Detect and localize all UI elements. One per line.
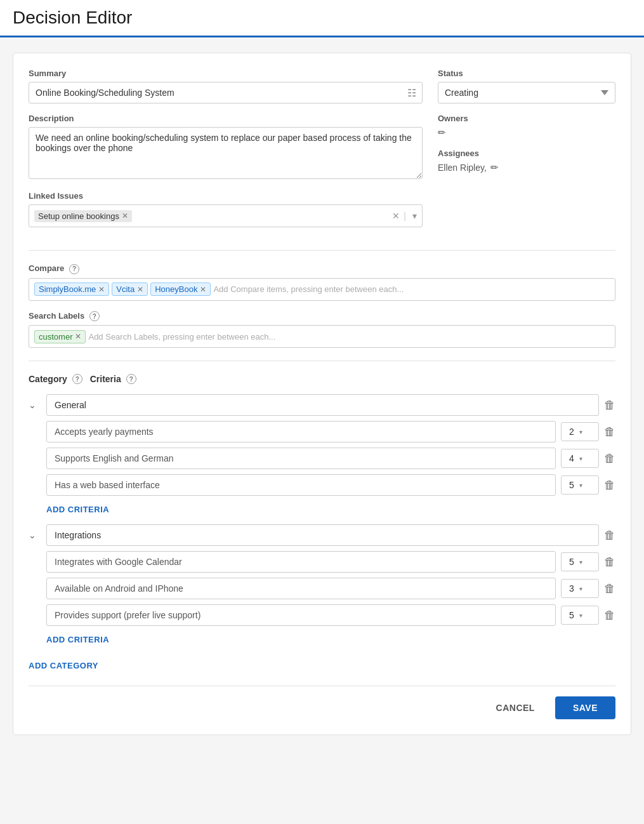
assignees-label: Assignees [438, 149, 615, 158]
criteria-1-1-delete[interactable]: 🗑 [604, 582, 615, 595]
criteria-0-0-weight[interactable]: 2 ▾ [561, 422, 599, 441]
compare-tag-2-remove[interactable]: ✕ [200, 286, 206, 293]
compare-tag-1-remove[interactable]: ✕ [137, 286, 143, 293]
category-0-input[interactable] [46, 394, 599, 416]
category-row-0: ⌄ 🗑 [29, 394, 615, 416]
compare-placeholder: Add Compare items, pressing enter betwee… [213, 284, 404, 294]
compare-help-icon[interactable]: ? [69, 264, 79, 274]
category-1-chevron[interactable]: ⌄ [29, 530, 41, 540]
criteria-1-1-weight[interactable]: 3 ▾ [561, 579, 599, 598]
search-labels-input-field[interactable]: customer ✕ Add Search Labels, pressing e… [29, 325, 615, 348]
criteria-0-1-weight[interactable]: 4 ▾ [561, 449, 599, 468]
search-labels-help-icon[interactable]: ? [89, 311, 100, 321]
owners-label: Owners [438, 114, 615, 123]
search-labels-label: Search Labels ? [29, 311, 615, 322]
description-input[interactable] [29, 127, 423, 179]
compare-tag-1: Vcita ✕ [112, 282, 148, 296]
compare-label: Compare ? [29, 263, 615, 274]
summary-icon: ☷ [407, 87, 416, 99]
criteria-section-header: Category ? Criteria ? [29, 374, 615, 384]
owners-edit-icon[interactable]: ✏ [438, 127, 446, 138]
category-0-chevron[interactable]: ⌄ [29, 400, 41, 410]
assignees-edit-icon[interactable]: ✏ [490, 162, 499, 173]
criteria-help-icon[interactable]: ? [126, 374, 136, 384]
criteria-1-1-row: 3 ▾ 🗑 [46, 578, 615, 599]
criteria-1-0-row: 5 ▾ 🗑 [46, 551, 615, 573]
search-labels-placeholder: Add Search Labels, pressing enter betwee… [88, 332, 275, 342]
assignees-value: Ellen Ripley, ✏ [438, 162, 615, 173]
criteria-1-2-delete[interactable]: 🗑 [604, 609, 615, 622]
criteria-0-2-delete[interactable]: 🗑 [604, 479, 615, 492]
criteria-1-0-input[interactable] [46, 551, 556, 573]
add-category-button[interactable]: ADD CATEGORY [29, 661, 98, 670]
criteria-0-0-delete[interactable]: 🗑 [604, 425, 615, 439]
criteria-0-2-weight-arrow[interactable]: ▾ [579, 482, 582, 489]
compare-tag-0: SimplyBook.me ✕ [34, 282, 109, 296]
linked-issues-label: Linked Issues [29, 191, 423, 201]
criteria-0-1-input[interactable] [46, 448, 556, 469]
criteria-1-0-weight-arrow[interactable]: ▾ [579, 559, 582, 566]
criteria-1-1-weight-arrow[interactable]: ▾ [579, 585, 582, 592]
criteria-0-1-delete[interactable]: 🗑 [604, 452, 615, 465]
category-block-0: ⌄ 🗑 2 ▾ 🗑 4 ▾ [29, 394, 615, 514]
criteria-0-1-weight-arrow[interactable]: ▾ [579, 455, 582, 462]
criteria-1-2-weight-arrow[interactable]: ▾ [579, 612, 582, 619]
criteria-0-0-row: 2 ▾ 🗑 [46, 421, 615, 442]
category-0-delete[interactable]: 🗑 [604, 399, 615, 412]
search-label-tag-0-remove[interactable]: ✕ [75, 333, 81, 340]
summary-label: Summary [29, 69, 423, 78]
criteria-0-2-row: 5 ▾ 🗑 [46, 474, 615, 496]
criteria-1-1-input[interactable] [46, 578, 556, 599]
compare-tag-0-remove[interactable]: ✕ [98, 286, 105, 293]
linked-issues-dropdown[interactable]: ▾ [412, 211, 417, 221]
criteria-0-1-row: 4 ▾ 🗑 [46, 448, 615, 469]
category-1-input[interactable] [46, 524, 599, 546]
footer-actions: CANCEL SAVE [29, 686, 615, 719]
criteria-1-0-delete[interactable]: 🗑 [604, 555, 615, 569]
linked-issue-tag-remove[interactable]: ✕ [122, 212, 128, 220]
criteria-0-0-input[interactable] [46, 421, 556, 442]
add-criteria-1-button[interactable]: ADD CRITERIA [46, 635, 109, 644]
linked-issues-field[interactable]: Setup online bookings ✕ ✕ | ▾ [29, 204, 423, 227]
page-title: Decision Editor [13, 8, 631, 28]
compare-input-field[interactable]: SimplyBook.me ✕ Vcita ✕ HoneyBook ✕ Add … [29, 278, 615, 301]
page-header: Decision Editor [0, 0, 644, 37]
criteria-1-2-input[interactable] [46, 604, 556, 626]
add-criteria-0-button[interactable]: ADD CRITERIA [46, 505, 109, 514]
cancel-button[interactable]: CANCEL [483, 696, 548, 719]
status-label: Status [438, 69, 615, 78]
criteria-1-2-row: 5 ▾ 🗑 [46, 604, 615, 626]
criteria-1-0-weight[interactable]: 5 ▾ [561, 552, 599, 571]
search-label-tag-0: customer ✕ [34, 330, 86, 343]
category-help-icon[interactable]: ? [72, 374, 82, 384]
criteria-0-2-weight[interactable]: 5 ▾ [561, 475, 599, 495]
category-block-1: ⌄ 🗑 5 ▾ 🗑 3 ▾ [29, 524, 615, 644]
category-1-delete[interactable]: 🗑 [604, 529, 615, 542]
compare-tag-2: HoneyBook ✕ [150, 282, 211, 296]
criteria-1-2-weight[interactable]: 5 ▾ [561, 606, 599, 625]
linked-issues-clear[interactable]: ✕ [392, 211, 400, 221]
description-label: Description [29, 114, 423, 123]
save-button[interactable]: SAVE [555, 696, 615, 719]
linked-issue-tag: Setup online bookings ✕ [34, 210, 132, 222]
criteria-0-2-input[interactable] [46, 474, 556, 496]
summary-input[interactable] [29, 82, 423, 103]
criteria-0-0-weight-arrow[interactable]: ▾ [579, 429, 582, 435]
category-row-1: ⌄ 🗑 [29, 524, 615, 546]
status-select[interactable]: Creating Active Closed [438, 82, 615, 103]
